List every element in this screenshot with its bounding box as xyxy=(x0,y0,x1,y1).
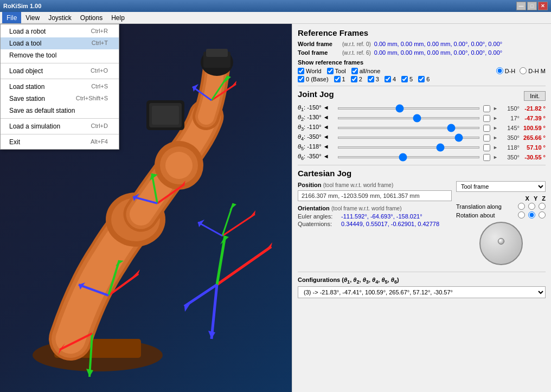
cb-4[interactable]: 4 xyxy=(385,76,396,82)
joint-1-slider-container xyxy=(336,104,482,113)
menu-view[interactable]: View xyxy=(21,12,44,23)
joint-2-value: -47.39 ° xyxy=(520,115,546,121)
cb-base[interactable]: 0 (Base) xyxy=(298,76,329,82)
joint-1-checkbox[interactable] xyxy=(483,105,490,112)
menu-file[interactable]: File xyxy=(2,12,21,23)
divider-2 xyxy=(298,165,546,165)
rot-z-radio[interactable] xyxy=(539,211,546,219)
joint-4-label: θ4: -350° ◄ xyxy=(298,133,336,142)
minimize-button[interactable]: — xyxy=(516,2,526,10)
joint-2-arrow-r[interactable]: ► xyxy=(492,115,499,121)
cb-6-input[interactable] xyxy=(418,76,425,82)
init-button[interactable]: Init. xyxy=(524,91,546,101)
joint-1-arrow-r[interactable]: ► xyxy=(492,106,499,111)
joint-3-arrow-r[interactable]: ► xyxy=(492,125,499,131)
tool-frame-label: Tool frame xyxy=(298,49,341,56)
joint-jog-header: Joint Jog Init. xyxy=(298,89,546,102)
cb-2[interactable]: 2 xyxy=(351,76,362,82)
joint-3-slider[interactable] xyxy=(338,127,479,129)
cb-base-input[interactable] xyxy=(298,76,304,82)
cartesian-right: Tool frame X Y Z Translation along xyxy=(456,181,546,268)
svg-line-40 xyxy=(212,285,217,339)
title-bar: RoKiSim 1.00 — □ ✕ xyxy=(0,0,551,12)
joint-3-label: θ3: -110° ◄ xyxy=(298,124,336,132)
cb-5[interactable]: 5 xyxy=(401,76,413,82)
cb-3[interactable]: 3 xyxy=(368,76,379,82)
menu-remove-tool[interactable]: Remove the tool xyxy=(1,49,119,61)
joint-3-checkbox[interactable] xyxy=(483,125,490,132)
menu-load-tool[interactable]: Load a tool Ctrl+T xyxy=(1,37,119,49)
joint-5-max: 118° xyxy=(499,144,520,151)
cb-5-input[interactable] xyxy=(401,76,408,82)
cartesian-left: Position (tool frame w.r.t. world frame)… xyxy=(298,181,452,227)
trans-z-radio[interactable] xyxy=(539,203,546,210)
menu-load-station[interactable]: Load station Ctrl+S xyxy=(1,81,119,93)
joint-5-checkbox[interactable] xyxy=(483,144,490,151)
cb-world-input[interactable] xyxy=(298,68,304,74)
joint-4-checkbox[interactable] xyxy=(483,134,490,142)
menu-exit[interactable]: Exit Alt+F4 xyxy=(1,136,119,148)
radio-dhm[interactable]: D-H M xyxy=(520,67,546,74)
joint-row-1: θ1: -150° ◄ ► 150° -21.82 ° xyxy=(298,104,546,113)
cb-6[interactable]: 6 xyxy=(418,76,430,82)
menu-save-default-station[interactable]: Save as default station xyxy=(1,105,119,117)
rot-x-radio[interactable] xyxy=(518,211,525,219)
joint-1-slider[interactable] xyxy=(338,107,479,110)
cb-allnone[interactable]: all/none xyxy=(351,68,381,74)
menu-joystick[interactable]: Joystick xyxy=(44,12,76,23)
app-title: RoKiSim 1.00 xyxy=(3,3,41,9)
file-dropdown-menu: Load a robot Ctrl+R Load a tool Ctrl+T R… xyxy=(0,24,119,150)
config-select[interactable]: (3) -> -21.83°, -47.41°, 100.59°, 265.67… xyxy=(298,286,546,298)
menu-save-station[interactable]: Save station Ctrl+Shift+S xyxy=(1,93,119,105)
cb-world[interactable]: World xyxy=(298,68,322,74)
position-label: Position (tool frame w.r.t. world frame) xyxy=(298,181,452,189)
config-dropdown: (3) -> -21.83°, -47.41°, 100.59°, 265.67… xyxy=(298,286,546,298)
menu-load-simulation[interactable]: Load a simulation Ctrl+D xyxy=(1,120,119,132)
cb-1[interactable]: 1 xyxy=(334,76,345,82)
menu-help[interactable]: Help xyxy=(107,12,129,23)
radio-dh[interactable]: D-H xyxy=(496,67,516,74)
joint-row-6: θ6: -350° ◄ ► 350° -30.55 ° xyxy=(298,153,546,162)
tool-frame-select[interactable]: Tool frame xyxy=(456,181,546,192)
cb-1-input[interactable] xyxy=(334,76,341,82)
joint-2-checkbox[interactable] xyxy=(483,115,490,122)
joint-3-max: 145° xyxy=(499,125,520,131)
close-button[interactable]: ✕ xyxy=(538,2,548,10)
cb-3-input[interactable] xyxy=(368,76,374,82)
joint-4-arrow-r[interactable]: ► xyxy=(492,135,499,140)
joint-5-slider[interactable] xyxy=(338,146,479,149)
menu-load-object[interactable]: Load object Ctrl+O xyxy=(1,65,119,77)
joint-1-max: 150° xyxy=(499,105,520,112)
window-controls: — □ ✕ xyxy=(516,2,548,10)
joint-6-slider[interactable] xyxy=(338,156,479,158)
joint-5-value: 57.10 ° xyxy=(520,144,546,151)
cb-allnone-input[interactable] xyxy=(351,68,358,74)
joint-6-checkbox[interactable] xyxy=(483,154,490,161)
orientation-label-row: Orientation (tool frame w.r.t. world fra… xyxy=(298,204,452,212)
trans-y-radio[interactable] xyxy=(528,203,535,210)
joint-5-label: θ5: -118° ◄ xyxy=(298,143,336,151)
quat-value: 0.34449, 0.55017, -0.62901, 0.42778 xyxy=(341,221,439,227)
menu-options[interactable]: Options xyxy=(76,12,107,23)
menu-load-robot[interactable]: Load a robot Ctrl+R xyxy=(1,25,119,37)
rot-y-radio[interactable] xyxy=(528,211,535,219)
joint-2-label: θ2: -130° ◄ xyxy=(298,114,336,122)
cb-tool[interactable]: Tool xyxy=(327,68,346,74)
cb-tool-input[interactable] xyxy=(327,68,334,74)
svg-rect-9 xyxy=(206,49,228,57)
show-frames-section: Show reference frames World Tool all/non… xyxy=(298,59,546,82)
joystick-control[interactable] xyxy=(479,222,523,265)
joint-6-arrow-r[interactable]: ► xyxy=(492,155,499,160)
quat-row: Quaternions: 0.34449, 0.55017, -0.62901,… xyxy=(298,221,452,227)
joint-4-slider[interactable] xyxy=(338,137,479,139)
quat-label: Quaternions: xyxy=(298,221,341,227)
joint-5-arrow-r[interactable]: ► xyxy=(492,145,499,150)
cb-4-input[interactable] xyxy=(385,76,391,82)
trans-x-radio[interactable] xyxy=(518,203,525,210)
svg-marker-31 xyxy=(229,203,236,210)
joint-2-slider[interactable] xyxy=(338,117,479,119)
cb-2-input[interactable] xyxy=(351,76,357,82)
maximize-button[interactable]: □ xyxy=(527,2,537,10)
joint-4-value: 265.66 ° xyxy=(520,134,546,141)
frame-checkboxes-row1: World Tool all/none D-H xyxy=(298,67,546,74)
